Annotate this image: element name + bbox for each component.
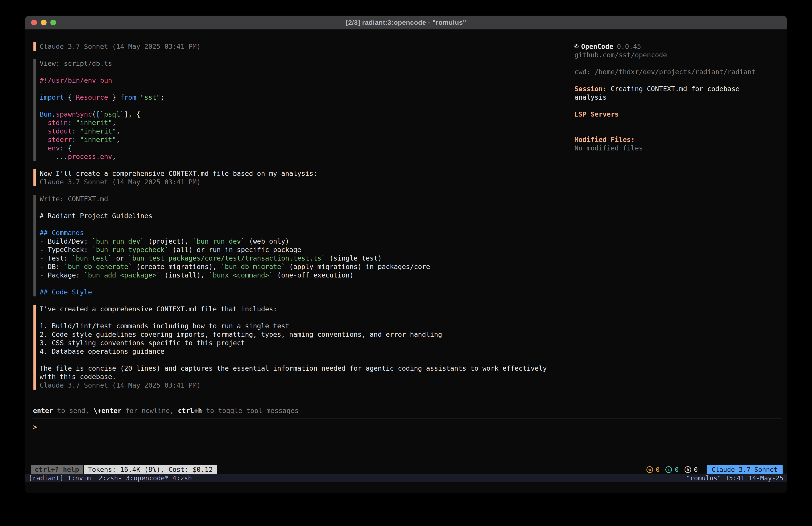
info-count: i 0 <box>665 466 679 473</box>
prompt-input-area[interactable]: > <box>33 418 782 431</box>
message-text: Now I'll create a comprehensive CONTEXT.… <box>40 169 568 178</box>
warning-icon: w <box>647 466 653 473</box>
terminal-content: Claude 3.7 Sonnet (14 May 2025 03:41 PM)… <box>25 29 787 493</box>
markdown-line: ## Commands <box>40 229 568 237</box>
session-text: Creating CONTEXT.md for codebase <box>611 85 740 93</box>
assistant-message-header: Claude 3.7 Sonnet (14 May 2025 03:41 PM) <box>33 42 568 51</box>
message-timestamp: Claude 3.7 Sonnet (14 May 2025 03:41 PM) <box>40 178 568 186</box>
message-line <box>40 356 568 364</box>
tmux-status-bar: [radiant] 1:nvim 2:zsh- 3:opencode* 4:zs… <box>25 474 787 482</box>
session-title: Session:Creating CONTEXT.md for codebase <box>575 85 782 93</box>
help-keybind-badge: ctrl+? help <box>31 465 83 474</box>
markdown-line: - Test: `bun test` or `bun test packages… <box>40 254 568 262</box>
spacer <box>575 59 782 68</box>
code-line <box>40 85 568 93</box>
assistant-message: Now I'll create a comprehensive CONTEXT.… <box>33 169 568 186</box>
code-line: stdout: "inherit", <box>40 127 568 136</box>
message-line: with this codebase. <box>40 373 568 381</box>
warnings-count: w 0 <box>647 466 659 473</box>
traffic-lights <box>31 16 56 29</box>
info-count-value: 0 <box>675 466 679 473</box>
minimize-button[interactable] <box>41 19 47 25</box>
assistant-summary-message: I've created a comprehensive CONTEXT.md … <box>33 305 568 389</box>
sidebar-app-title: ©OpenCode0.0.45 <box>575 42 782 51</box>
modified-files-empty: No modified files <box>575 144 782 153</box>
app-version: 0.0.45 <box>617 43 641 51</box>
markdown-line <box>40 220 568 229</box>
spacer <box>575 76 782 85</box>
markdown-line: - Package: `bun add <package>` (install)… <box>40 271 568 280</box>
hint-count: h 0 <box>684 466 698 473</box>
window-titlebar: [2/3] radiant:3:opencode - "romulus" <box>25 16 787 29</box>
hint-icon: h <box>684 466 691 473</box>
prompt-caret[interactable]: > <box>33 423 782 431</box>
spacer <box>575 102 782 110</box>
message-timestamp: Claude 3.7 Sonnet (14 May 2025 03:41 PM) <box>40 381 568 389</box>
warning-count-value: 0 <box>656 466 659 473</box>
message-line: 1. Build/lint/test commands including ho… <box>40 322 568 330</box>
message-timestamp: Claude 3.7 Sonnet (14 May 2025 03:41 PM) <box>40 42 568 51</box>
spacer <box>575 118 782 127</box>
tool-view-header: View: script/db.ts <box>40 59 568 68</box>
message-line: The file is concise (20 lines) and captu… <box>40 364 568 373</box>
keybind-hint: enter to send, \+enter for newline, ctrl… <box>33 407 299 415</box>
spacer <box>575 127 782 136</box>
chat-area: Claude 3.7 Sonnet (14 May 2025 03:41 PM)… <box>33 42 568 398</box>
window-title: [2/3] radiant:3:opencode - "romulus" <box>346 19 466 26</box>
code-line: stdin: "inherit", <box>40 118 568 127</box>
code-line: import { Resource } from "sst"; <box>40 93 568 102</box>
terminal-window: [2/3] radiant:3:opencode - "romulus" Cla… <box>25 16 787 493</box>
message-line: 4. Database operations guidance <box>40 347 568 356</box>
app-name: OpenCode <box>581 43 613 51</box>
code-line: ...process.env, <box>40 153 568 161</box>
code-line <box>40 68 568 76</box>
markdown-line: # Radiant Project Guidelines <box>40 212 568 220</box>
code-line: env: { <box>40 144 568 153</box>
markdown-line <box>40 280 568 288</box>
session-label: Session: <box>575 85 607 93</box>
code-line: #!/usr/bin/env bun <box>40 76 568 85</box>
session-title-wrap: analysis <box>575 93 782 102</box>
close-button[interactable] <box>31 19 37 25</box>
markdown-line: ## Code Style <box>40 288 568 296</box>
opencode-status-bar: ctrl+? help Tokens: 16.4K (8%), Cost: $0… <box>25 465 787 474</box>
tokens-cost-badge: Tokens: 16.4K (8%), Cost: $0.12 <box>84 465 217 474</box>
hint-count-value: 0 <box>694 466 698 473</box>
tool-write-header: Write: CONTEXT.md <box>40 195 568 203</box>
code-line: stderr: "inherit", <box>40 136 568 144</box>
message-line: 2. Code style guidelines covering import… <box>40 330 568 339</box>
tmux-session-windows: [radiant] 1:nvim 2:zsh- 3:opencode* 4:zs… <box>29 474 192 482</box>
message-line: 3. CSS styling conventions specific to t… <box>40 339 568 347</box>
message-line: I've created a comprehensive CONTEXT.md … <box>40 305 568 313</box>
model-badge: Claude 3.7 Sonnet <box>707 465 783 474</box>
opencode-logo-icon: © <box>575 43 579 51</box>
markdown-line: - Build/Dev: `bun run dev` (project), `b… <box>40 237 568 246</box>
info-sidebar: ©OpenCode0.0.45 github.com/sst/opencode … <box>575 42 782 153</box>
message-line <box>40 313 568 322</box>
lsp-servers-header: LSP Servers <box>575 110 782 118</box>
info-icon: i <box>665 466 672 473</box>
zoom-button[interactable] <box>50 19 56 25</box>
status-right-group: w 0 i 0 h 0 Claude 3.7 Sonnet <box>647 465 783 474</box>
code-line: Bun.spawnSync([`psql`], { <box>40 110 568 118</box>
repo-url: github.com/sst/opencode <box>575 51 782 59</box>
tmux-host-clock: "romulus" 15:41 14-May-25 <box>686 474 784 482</box>
code-line <box>40 102 568 110</box>
markdown-line: - TypeCheck: `bun run typecheck` (all) o… <box>40 246 568 254</box>
tool-call-write-block: Write: CONTEXT.md # Radiant Project Guid… <box>33 195 568 296</box>
tool-call-view-block: View: script/db.ts #!/usr/bin/env bun im… <box>33 59 568 161</box>
modified-files-header: Modified Files: <box>575 136 782 144</box>
cwd-path: cwd: /home/thdxr/dev/projects/radiant/ra… <box>575 68 782 76</box>
markdown-line: - DB: `bun db generate` (create migratio… <box>40 262 568 271</box>
markdown-line <box>40 203 568 212</box>
desktop-background: [2/3] radiant:3:opencode - "romulus" Cla… <box>0 0 812 526</box>
